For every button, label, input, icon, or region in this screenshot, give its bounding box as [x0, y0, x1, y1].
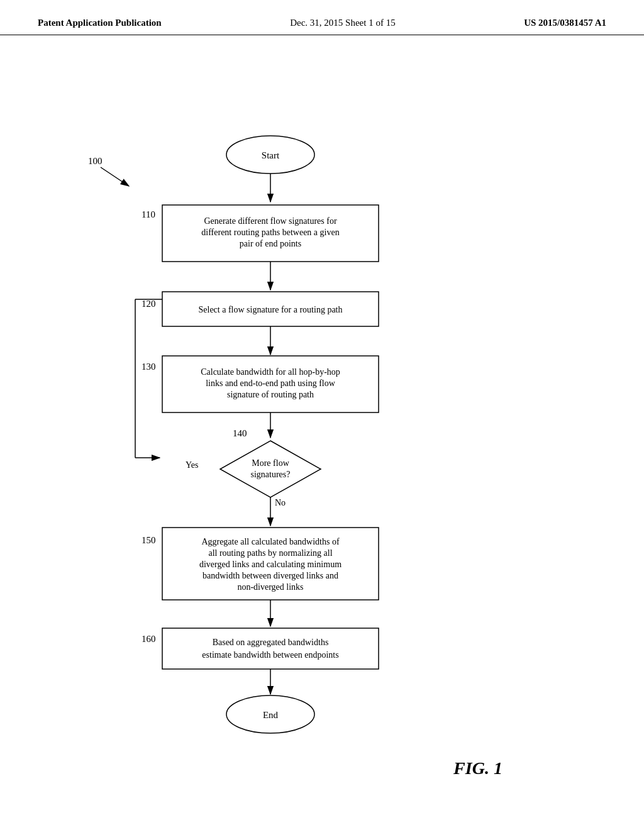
- text-150-3: diverged links and calculating minimum: [199, 560, 341, 569]
- label-130: 130: [142, 362, 156, 372]
- box-160: [162, 628, 379, 669]
- label-100: 100: [88, 156, 103, 166]
- label-140: 140: [233, 428, 247, 438]
- date-sheet-label: Dec. 31, 2015 Sheet 1 of 15: [290, 18, 395, 28]
- text-130-1: Calculate bandwidth for all hop-by-hop: [201, 367, 340, 377]
- no-label: No: [275, 498, 286, 507]
- publication-label: Patent Application Publication: [38, 18, 162, 28]
- arrow-100: [101, 167, 129, 186]
- text-110-2: different routing paths between a given: [201, 228, 339, 237]
- flowchart-svg: 100 Start 110 Generate different flow si…: [0, 35, 644, 815]
- text-150-5: non-diverged links: [237, 582, 303, 592]
- label-110: 110: [142, 209, 155, 219]
- start-label: Start: [262, 150, 280, 160]
- diagram-area: 100 Start 110 Generate different flow si…: [0, 35, 644, 815]
- text-140-2: signatures?: [251, 470, 291, 479]
- text-150-1: Aggregate all calculated bandwidths of: [201, 537, 340, 546]
- label-150: 150: [142, 535, 156, 545]
- text-160-1: Based on aggregated bandwidths: [213, 638, 329, 647]
- label-120: 120: [142, 299, 156, 309]
- end-label: End: [263, 710, 279, 720]
- text-130-2: links and end-to-end path using flow: [206, 379, 336, 388]
- patent-number-label: US 2015/0381457 A1: [524, 18, 606, 28]
- label-160: 160: [142, 634, 156, 644]
- text-140-1: More flow: [252, 458, 289, 468]
- fig-label: FIG. 1: [453, 758, 502, 778]
- text-120: Select a flow signature for a routing pa…: [199, 305, 343, 314]
- diamond-140: [220, 441, 321, 497]
- text-160-2: estimate bandwidth between endpoints: [202, 650, 338, 660]
- text-130-3: signature of routing path: [227, 390, 314, 399]
- text-150-4: bandwidth between diverged links and: [203, 571, 338, 580]
- text-110-1: Generate different flow signatures for: [204, 216, 337, 226]
- yes-label: Yes: [186, 460, 198, 470]
- text-110-3: pair of end points: [240, 239, 301, 248]
- text-150-2: all routing paths by normalizing all: [208, 548, 332, 558]
- page-header: Patent Application Publication Dec. 31, …: [0, 0, 644, 35]
